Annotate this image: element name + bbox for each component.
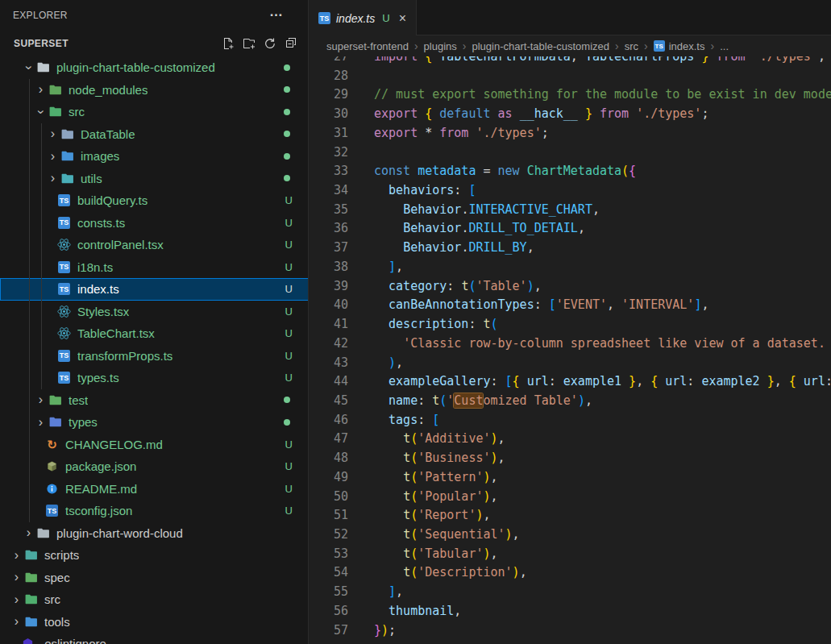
folder-icon — [48, 105, 63, 118]
collapse-all-icon[interactable] — [280, 33, 301, 54]
tree-item-scripts[interactable]: ›scripts — [0, 544, 308, 567]
tree-item-label: i18n.ts — [77, 260, 113, 274]
tree-item-label: buildQuery.ts — [77, 193, 148, 207]
chevron-right-icon[interactable]: › — [34, 416, 48, 429]
breadcrumb-item-plugins[interactable]: plugins — [424, 40, 457, 52]
code-line: 32 — [309, 143, 831, 163]
breadcrumb-item-index-ts[interactable]: TSindex.ts — [654, 40, 705, 52]
package-icon — [44, 459, 60, 473]
breadcrumb-label: index.ts — [669, 40, 705, 52]
chevron-right-icon[interactable]: › — [46, 127, 60, 140]
code-line: 45 name: t('Customized Table'), — [309, 392, 831, 411]
tree-item-tablechart-tsx[interactable]: TableChart.tsxU — [0, 322, 308, 345]
line-number: 46 — [309, 411, 348, 430]
chevron-right-icon[interactable]: › — [34, 83, 48, 96]
tree-item-src[interactable]: ›src — [0, 588, 308, 611]
new-folder-icon[interactable] — [239, 33, 260, 54]
tree-item-types[interactable]: ›types — [0, 411, 308, 434]
eslint-icon — [20, 637, 35, 644]
tree-item-changelog-md[interactable]: ↻CHANGELOG.mdU — [0, 434, 308, 456]
git-untracked-badge: U — [285, 239, 293, 251]
explorer-sidebar: EXPLORER … SUPERSET ›plugin-chart-table — [0, 0, 309, 644]
chevron-right-icon[interactable]: › — [10, 593, 23, 606]
tree-item-readme-md[interactable]: README.mdU — [0, 478, 308, 501]
chevron-right-icon[interactable]: › — [10, 571, 23, 584]
line-number: 32 — [309, 143, 348, 163]
indent-guide — [29, 455, 30, 478]
folder-icon — [60, 149, 75, 163]
tree-item-consts-ts[interactable]: TSconsts.tsU — [0, 212, 308, 235]
tree-item-tsconfig-json[interactable]: TStsconfig.jsonU — [0, 500, 308, 522]
refresh-icon[interactable] — [260, 33, 280, 54]
tree-item-i18n-ts[interactable]: TSi18n.tsU — [0, 256, 308, 279]
indent-guide — [29, 411, 30, 434]
line-number: 37 — [309, 239, 348, 258]
tree-item-plugin-chart-table-customized[interactable]: ›plugin-chart-table-customized — [0, 56, 308, 79]
tree-item-eslintignore[interactable]: .eslintignore — [0, 633, 308, 644]
git-untracked-badge: U — [285, 283, 293, 295]
tree-item-transformprops-ts[interactable]: TStransformProps.tsU — [0, 345, 308, 368]
indent-guide — [41, 123, 42, 146]
tab-bar: TS index.ts U × — [309, 0, 831, 35]
tab-label: index.ts — [336, 12, 375, 25]
breadcrumb-item-[interactable]: ... — [720, 40, 729, 52]
tree-item-buildquery-ts[interactable]: TSbuildQuery.tsU — [0, 189, 308, 212]
tree-item-utils[interactable]: ›utils — [0, 168, 308, 190]
tree-item-label: Styles.tsx — [77, 305, 129, 318]
indent-guide — [29, 79, 30, 102]
tree-item-src[interactable]: ›src — [0, 101, 308, 123]
chevron-right-icon[interactable]: › — [46, 172, 60, 185]
code-line: 40 canBeAnnotationTypes: ['EVENT', 'INTE… — [309, 296, 831, 315]
breadcrumb-item-src[interactable]: src — [625, 40, 638, 52]
chevron-down-icon[interactable]: › — [23, 60, 35, 74]
code-line: 36 Behavior.DRILL_TO_DETAIL, — [309, 219, 831, 239]
indent-guide — [29, 301, 30, 323]
code-line: 57}); — [309, 621, 831, 641]
close-tab-icon[interactable]: × — [399, 12, 406, 25]
git-untracked-badge: U — [285, 438, 293, 451]
editor-code-area[interactable]: 27import { TableChartFormData, TableChar… — [309, 56, 831, 644]
tree-item-label: TableChart.tsx — [77, 326, 155, 340]
line-number: 49 — [309, 468, 348, 488]
chevron-down-icon[interactable]: › — [35, 105, 48, 118]
indent-guide — [29, 101, 30, 123]
breadcrumb-label: src — [625, 40, 638, 52]
tab-index-ts[interactable]: TS index.ts U × — [309, 0, 417, 36]
tree-item-spec[interactable]: ›spec — [0, 567, 308, 589]
breadcrumb-item-superset-frontend[interactable]: superset-frontend — [326, 40, 409, 52]
chevron-right-icon[interactable]: › — [46, 150, 60, 163]
tree-item-index-ts[interactable]: TSindex.tsU — [0, 278, 308, 301]
code-line: 29// must export something for the modul… — [309, 85, 831, 105]
folder-icon — [60, 172, 75, 185]
info-icon — [44, 482, 60, 496]
indent-guide — [29, 345, 30, 368]
tree-item-plugin-chart-word-cloud[interactable]: ›plugin-chart-word-cloud — [0, 522, 308, 545]
indent-guide — [29, 434, 30, 456]
git-changes-dot — [284, 419, 290, 426]
git-untracked-badge: U — [285, 305, 293, 318]
code-line: 41 description: t( — [309, 315, 831, 334]
tree-item-tools[interactable]: ›tools — [0, 611, 308, 634]
tree-item-controlpanel-tsx[interactable]: controlPanel.tsxU — [0, 234, 308, 256]
git-changes-dot — [284, 153, 290, 160]
tree-item-test[interactable]: ›test — [0, 389, 308, 412]
chevron-right-icon[interactable]: › — [10, 615, 23, 628]
breadcrumb-label: plugin-chart-table-customized — [472, 40, 609, 52]
more-actions-icon[interactable]: … — [269, 4, 284, 20]
tree-item-package-json[interactable]: package.jsonU — [0, 455, 308, 478]
tree-item-datatable[interactable]: ›DataTable — [0, 123, 308, 146]
tree-item-images[interactable]: ›images — [0, 145, 308, 168]
indent-guide — [41, 367, 42, 389]
chevron-right-icon[interactable]: › — [10, 549, 23, 562]
tree-item-node-modules[interactable]: ›node_modules — [0, 79, 308, 102]
section-actions — [218, 33, 301, 54]
tree-item-types-ts[interactable]: TStypes.tsU — [0, 367, 308, 389]
git-untracked-badge: U — [382, 12, 389, 24]
tree-item-styles-tsx[interactable]: Styles.tsxU — [0, 301, 308, 323]
chevron-right-icon[interactable]: › — [34, 393, 48, 406]
line-number: 54 — [309, 563, 348, 583]
breadcrumb-item-plugin-chart-table-customized[interactable]: plugin-chart-table-customized — [472, 40, 609, 52]
chevron-right-icon[interactable]: › — [22, 526, 35, 539]
explorer-section-header[interactable]: SUPERSET — [0, 31, 308, 56]
new-file-icon[interactable] — [218, 33, 239, 54]
